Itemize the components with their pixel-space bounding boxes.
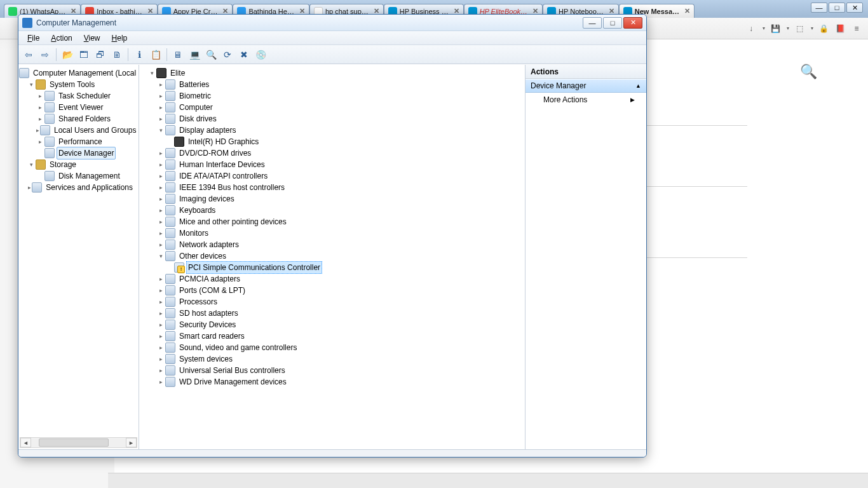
expand-icon[interactable]: ▸ — [157, 376, 165, 388]
expand-icon[interactable]: ▸ — [157, 319, 165, 330]
lock-icon[interactable]: 🔒 — [817, 22, 830, 35]
apps-icon[interactable]: ⬚ — [793, 22, 806, 35]
menu-view[interactable]: View — [79, 32, 105, 44]
expand-icon[interactable]: ▸ — [157, 90, 165, 102]
horizontal-scrollbar[interactable]: ◄ ► — [20, 437, 137, 448]
device-item[interactable]: ▸PCMCIA adapters — [139, 273, 525, 285]
device-item[interactable]: ▸IDE ATA/ATAPI controllers — [139, 170, 525, 182]
scroll-thumb[interactable] — [39, 438, 109, 447]
collapse-icon[interactable]: ▾ — [157, 250, 165, 262]
expand-icon[interactable]: ▸ — [157, 353, 165, 365]
toolbar-button[interactable]: ⇦ — [21, 47, 36, 62]
device-item[interactable]: Intel(R) HD Graphics — [139, 136, 525, 147]
expand-icon[interactable]: ▸ — [157, 182, 165, 193]
expand-icon[interactable]: ▸ — [157, 102, 165, 113]
device-item[interactable]: PCI Simple Communications Controller — [139, 262, 525, 273]
os-minimize-button[interactable]: — — [811, 3, 827, 13]
toolbar-button[interactable]: 🗗 — [93, 47, 108, 62]
menu-icon[interactable]: ≡ — [850, 22, 863, 35]
expand-icon[interactable]: ▸ — [157, 273, 165, 285]
device-tree[interactable]: ▾Elite▸Batteries▸Biometric▸Computer▸Disk… — [139, 67, 525, 388]
tree-item[interactable]: ▸Task Scheduler — [18, 90, 139, 102]
download-icon[interactable]: ↓ — [745, 22, 757, 35]
device-item[interactable]: ▸Keyboards — [139, 205, 525, 216]
tree-item[interactable]: ▾Storage — [18, 159, 139, 170]
menu-help[interactable]: Help — [107, 32, 133, 44]
device-item[interactable]: ▸Human Interface Devices — [139, 159, 525, 170]
chevron-down-icon[interactable]: ▾ — [811, 25, 813, 31]
toolbar-button[interactable]: 🗎 — [109, 47, 125, 62]
device-item[interactable]: ▸Network adapters — [139, 239, 525, 250]
device-item[interactable]: ▸Disk drives — [139, 113, 525, 125]
expand-icon[interactable]: ▸ — [157, 239, 165, 250]
device-item[interactable]: ▸DVD/CD-ROM drives — [139, 147, 525, 159]
device-item[interactable]: ▾Display adapters — [139, 125, 525, 136]
tree-item[interactable]: Computer Management (Local — [18, 67, 139, 79]
expand-icon[interactable]: ▸ — [27, 182, 31, 193]
device-item[interactable]: ▸Monitors — [139, 227, 525, 239]
tree-item[interactable]: ▸Local Users and Groups — [18, 125, 139, 136]
tree-item[interactable]: ▸Shared Folders — [18, 113, 139, 125]
menu-file[interactable]: File — [22, 32, 44, 44]
device-item[interactable]: ▸Mice and other pointing devices — [139, 216, 525, 227]
toolbar-button[interactable]: ⟳ — [220, 47, 235, 62]
device-item[interactable]: ▸Security Devices — [139, 319, 525, 330]
window-close-button[interactable]: ✕ — [623, 17, 642, 29]
expand-icon[interactable]: ▸ — [157, 159, 165, 170]
collapse-icon[interactable]: ▾ — [148, 67, 156, 79]
device-item[interactable]: ▸Processors — [139, 296, 525, 308]
toolbar-button[interactable]: ✖ — [236, 47, 252, 62]
device-item[interactable]: ▸Sound, video and game controllers — [139, 342, 525, 353]
device-item[interactable]: ▾Other devices — [139, 250, 525, 262]
menu-action[interactable]: Action — [46, 32, 77, 44]
expand-icon[interactable]: ▸ — [157, 113, 165, 125]
device-item[interactable]: ▸Universal Serial Bus controllers — [139, 365, 525, 376]
window-maximize-button[interactable]: □ — [603, 17, 622, 29]
expand-icon[interactable]: ▸ — [157, 365, 165, 376]
scroll-left-icon[interactable]: ◄ — [20, 438, 31, 447]
device-item[interactable]: ▸SD host adapters — [139, 308, 525, 319]
collapse-icon[interactable]: ▾ — [157, 125, 165, 136]
collapse-icon[interactable]: ▾ — [27, 159, 35, 170]
device-item[interactable]: ▸Ports (COM & LPT) — [139, 285, 525, 296]
actions-section[interactable]: Device Manager ▲ — [526, 79, 646, 93]
expand-icon[interactable]: ▸ — [157, 330, 165, 342]
scroll-right-icon[interactable]: ► — [126, 438, 137, 447]
device-item[interactable]: ▸IEEE 1394 Bus host controllers — [139, 182, 525, 193]
expand-icon[interactable]: ▸ — [157, 227, 165, 239]
expand-icon[interactable]: ▸ — [157, 216, 165, 227]
window-minimize-button[interactable]: — — [583, 17, 602, 29]
device-item[interactable]: ▸Imaging devices — [139, 193, 525, 205]
expand-icon[interactable]: ▸ — [36, 102, 44, 113]
device-item[interactable]: ▸System devices — [139, 353, 525, 365]
os-close-button[interactable]: ✕ — [846, 3, 863, 13]
expand-icon[interactable]: ▸ — [157, 296, 165, 308]
expand-icon[interactable]: ▸ — [157, 205, 165, 216]
device-item[interactable]: ▸Smart card readers — [139, 330, 525, 342]
tree-item[interactable]: ▸Services and Applications — [18, 182, 139, 193]
os-maximize-button[interactable]: □ — [829, 3, 845, 13]
device-item[interactable]: ▸Computer — [139, 102, 525, 113]
toolbar-button[interactable]: 🖥 — [170, 47, 186, 62]
tree-item[interactable]: Disk Management — [18, 170, 139, 182]
tab-close-icon[interactable]: ✕ — [684, 7, 690, 15]
toolbar-button[interactable]: 💿 — [253, 47, 268, 62]
toolbar-button[interactable]: 🗔 — [76, 47, 92, 62]
collapse-icon[interactable]: ▾ — [27, 79, 35, 90]
actions-more[interactable]: More Actions ▶ — [526, 93, 646, 107]
toolbar-button[interactable]: 🔍 — [203, 47, 219, 62]
expand-icon[interactable]: ▸ — [36, 125, 39, 136]
expand-icon[interactable]: ▸ — [157, 285, 165, 296]
tree-item[interactable]: ▾System Tools — [18, 79, 139, 90]
expand-icon[interactable]: ▸ — [157, 193, 165, 205]
search-icon[interactable]: 🔍 — [800, 64, 817, 80]
expand-icon[interactable]: ▸ — [36, 113, 44, 125]
expand-icon[interactable]: ▸ — [157, 342, 165, 353]
chevron-down-icon[interactable]: ▾ — [763, 25, 765, 31]
toolbar-button[interactable]: ℹ — [132, 47, 147, 62]
save-icon[interactable]: 💾 — [769, 22, 782, 35]
device-item[interactable]: ▸WD Drive Management devices — [139, 376, 525, 388]
chevron-down-icon[interactable]: ▾ — [787, 25, 789, 31]
toolbar-button[interactable]: ⇨ — [37, 47, 53, 62]
expand-icon[interactable]: ▸ — [157, 147, 165, 159]
